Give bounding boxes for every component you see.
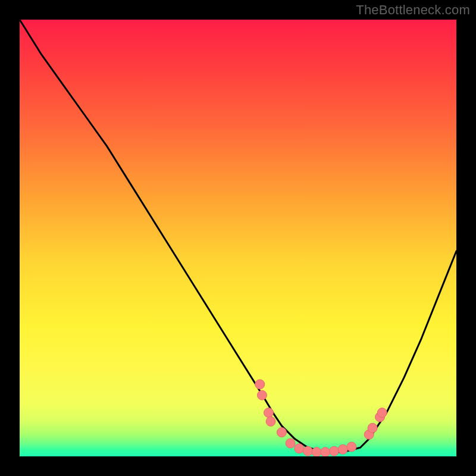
curve-marker: [286, 439, 295, 448]
plot-area: [20, 20, 456, 456]
bottleneck-curve: [20, 20, 456, 452]
attribution-label: TheBottleneck.com: [356, 2, 470, 18]
curve-marker: [368, 423, 377, 433]
chart-stage: TheBottleneck.com: [0, 0, 476, 476]
curve-marker: [321, 447, 330, 456]
curve-marker: [377, 408, 387, 418]
curve-marker: [257, 390, 267, 400]
curve-marker: [347, 442, 356, 452]
curve-marker: [255, 380, 265, 389]
curve-layer: [20, 20, 456, 456]
curve-marker: [295, 444, 304, 453]
curve-marker: [338, 444, 347, 454]
curve-markers: [255, 380, 387, 456]
curve-marker: [312, 447, 321, 456]
curve-marker: [303, 446, 312, 456]
curve-marker: [266, 416, 275, 426]
curve-marker: [277, 428, 286, 437]
curve-marker: [330, 446, 339, 456]
curve-marker: [264, 408, 273, 418]
